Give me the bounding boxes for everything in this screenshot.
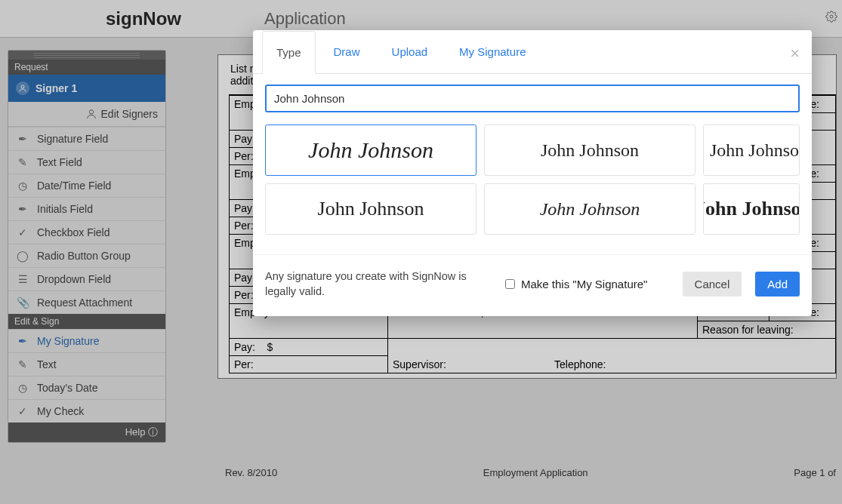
check-icon: ✓ xyxy=(16,405,29,417)
paperclip-icon: 📎 xyxy=(16,297,29,309)
check-icon: ✓ xyxy=(16,226,29,238)
avatar-icon xyxy=(16,81,29,95)
footer-page: Page 1 of xyxy=(794,467,836,478)
tab-upload[interactable]: Upload xyxy=(378,30,442,73)
tool-label: Today's Date xyxy=(37,382,98,394)
settings-gear-icon[interactable] xyxy=(825,11,837,26)
signature-option-3[interactable]: John Johnson xyxy=(703,124,800,176)
tool-label: Radio Button Group xyxy=(37,250,131,262)
tab-draw[interactable]: Draw xyxy=(320,30,374,73)
tool-label: My Signature xyxy=(37,335,99,347)
svg-point-1 xyxy=(21,85,24,88)
signature-option-6[interactable]: John Johnson xyxy=(703,183,800,235)
tool-label: Initials Field xyxy=(37,203,93,215)
tool-label: Dropdown Field xyxy=(37,273,111,285)
tool-text[interactable]: ✎ Text xyxy=(8,352,165,376)
close-icon[interactable]: × xyxy=(790,44,800,63)
tab-my-signature[interactable]: My Signature xyxy=(446,30,539,73)
signature-option-2[interactable]: John Johnson xyxy=(484,124,695,176)
pencil-icon: ✎ xyxy=(16,156,29,168)
svg-point-0 xyxy=(830,15,833,18)
cancel-button[interactable]: Cancel xyxy=(683,272,742,297)
tool-label: Checkbox Field xyxy=(37,226,110,238)
tool-request-attachment[interactable]: 📎 Request Attachment xyxy=(8,290,165,314)
signer-row[interactable]: Signer 1 xyxy=(8,75,165,102)
tool-label: Request Attachment xyxy=(37,297,132,309)
radio-icon: ◯ xyxy=(16,250,29,262)
signature-style-grid: John Johnson John Johnson John Johnson J… xyxy=(265,124,800,235)
signer-label: Signer 1 xyxy=(35,82,77,94)
document-title: Application xyxy=(264,9,346,29)
pen-nib-icon: ✒ xyxy=(16,133,29,145)
edit-signers-label: Edit Signers xyxy=(101,108,158,120)
tool-label: My Check xyxy=(37,405,84,417)
section-request-header: Request xyxy=(8,60,165,75)
help-link[interactable]: Help ⓘ xyxy=(8,423,165,442)
modal-body: John Johnson John Johnson John Johnson J… xyxy=(253,74,812,242)
pencil-icon: ✎ xyxy=(16,358,29,370)
clock-icon: ◷ xyxy=(16,180,29,192)
tool-initials-field[interactable]: ✒ Initials Field xyxy=(8,197,165,220)
tool-text-field[interactable]: ✎ Text Field xyxy=(8,150,165,174)
tool-label: Text Field xyxy=(37,156,82,168)
modal-tablist: Type Draw Upload My Signature × xyxy=(253,30,812,74)
tool-my-check[interactable]: ✓ My Check xyxy=(8,399,165,423)
tool-label: Date/Time Field xyxy=(37,180,111,192)
tool-dropdown-field[interactable]: ☰ Dropdown Field xyxy=(8,267,165,290)
tool-label: Text xyxy=(37,358,57,370)
tool-label: Signature Field xyxy=(37,133,108,145)
tool-todays-date[interactable]: ◷ Today's Date xyxy=(8,376,165,399)
signature-option-1[interactable]: John Johnson xyxy=(265,124,477,176)
footer-title: Employment Application xyxy=(483,467,588,478)
tab-type[interactable]: Type xyxy=(262,31,316,74)
make-my-signature-checkbox[interactable]: Make this "My Signature" xyxy=(505,278,647,290)
tool-my-signature[interactable]: ✒ My Signature xyxy=(8,329,165,352)
signature-option-4[interactable]: John Johnson xyxy=(265,183,477,235)
tool-date-field[interactable]: ◷ Date/Time Field xyxy=(8,174,165,197)
section-editsign-header: Edit & Sign xyxy=(8,314,165,329)
pen-nib-icon: ✒ xyxy=(16,335,29,347)
signature-modal: Type Draw Upload My Signature × John Joh… xyxy=(253,30,812,316)
clock-icon: ◷ xyxy=(16,382,29,394)
left-sidebar: Request Signer 1 Edit Signers ✒ Signatur… xyxy=(8,50,166,443)
document-footer: Rev. 8/2010 Employment Application Page … xyxy=(225,467,836,478)
dropdown-icon: ☰ xyxy=(16,273,29,285)
signature-option-5[interactable]: John Johnson xyxy=(484,183,695,235)
brand-logo: signNow xyxy=(8,8,264,29)
checkbox-label: Make this "My Signature" xyxy=(521,278,647,290)
modal-footer: Any signature you create with SignNow is… xyxy=(253,254,812,313)
signature-name-input[interactable] xyxy=(265,85,800,112)
add-button[interactable]: Add xyxy=(755,272,800,297)
footer-rev: Rev. 8/2010 xyxy=(225,467,277,478)
drag-grip[interactable] xyxy=(8,51,165,60)
svg-point-2 xyxy=(89,110,93,114)
tool-signature-field[interactable]: ✒ Signature Field xyxy=(8,127,165,150)
tool-checkbox-field[interactable]: ✓ Checkbox Field xyxy=(8,220,165,244)
initials-icon: ✒ xyxy=(16,203,29,215)
edit-signers-link[interactable]: Edit Signers xyxy=(8,102,165,127)
checkbox-input[interactable] xyxy=(505,279,515,289)
tool-radio-group[interactable]: ◯ Radio Button Group xyxy=(8,244,165,267)
legal-disclaimer: Any signature you create with SignNow is… xyxy=(265,269,492,300)
